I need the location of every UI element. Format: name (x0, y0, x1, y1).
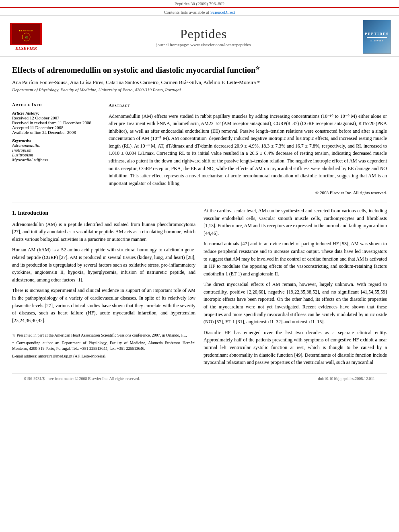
intro-para-6: The direct myocardial effects of AM rema… (204, 281, 387, 326)
abstract-copyright: © 2008 Elsevier Inc. All rights reserved… (109, 189, 387, 196)
footnote-email: E-mail address: amoreira@med.up.pt (AF. … (12, 353, 195, 359)
elsevier-text: ELSEVIER (15, 46, 37, 51)
intro-heading: 1. Introduction (12, 209, 195, 218)
intro-para-2: Human AM (hAM) is a 52 amino acid peptid… (12, 246, 195, 283)
footnote-star: ☆ Presented in part at the American Hear… (12, 333, 195, 339)
keywords-group: Keywords: Adrenomedullin Inotropism Lusi… (12, 138, 101, 162)
issn-text: 0196-9781/$ – see front matter © 2008 El… (24, 376, 140, 381)
authors: Ana Patrícia Fontes-Sousa, Ana Luísa Pir… (12, 79, 387, 86)
abstract-panel: Abstract Adrenomedullin (AM) effects wer… (109, 102, 387, 196)
right-column: At the cardiovascular level, AM can be s… (204, 207, 387, 370)
intro-para-7: Diastolic HF has emerged over the last t… (204, 329, 387, 366)
page-reference: Peptides 30 (2009) 796–802 (0, 0, 399, 8)
abstract-text: Adrenomedullin (AM) effects were studied… (109, 113, 387, 187)
intro-para-4: At the cardiovascular level, AM can be s… (204, 207, 387, 237)
article-title: Effects of adrenomedullin on systolic an… (12, 65, 387, 75)
article-body: Effects of adrenomedullin on systolic an… (0, 57, 399, 391)
footnotes: ☆ Presented in part at the American Hear… (12, 330, 195, 359)
divider-2 (12, 203, 387, 203)
body-content: 1. Introduction Adrenomedullin (AM) is a… (12, 207, 387, 370)
sciencedirect-link[interactable]: ScienceDirect (210, 10, 235, 14)
article-info-panel: Article Info Article history: Received 1… (12, 102, 101, 196)
article-history: Article history: Received 12 October 200… (12, 111, 101, 135)
journal-thumbnail: PEPTIDES Elsevier (363, 20, 391, 54)
contents-header: Contents lists available at ScienceDirec… (0, 8, 399, 16)
svg-text:ELSEVIER: ELSEVIER (19, 29, 33, 32)
info-abstract-section: Article Info Article history: Received 1… (12, 102, 387, 196)
footnote-corresponding: * Corresponding author at: Department of… (12, 340, 195, 352)
keyword-4: Myocardial stiffness (12, 157, 101, 162)
abstract-heading: Abstract (109, 102, 387, 110)
journal-title-section: Peptides journal homepage: www.elsevier.… (44, 27, 363, 47)
intro-para-3: There is increasing experimental and cli… (12, 287, 195, 324)
page: Peptides 30 (2009) 796–802 Contents list… (0, 0, 399, 532)
intro-para-1: Adrenomedullin (AM) is a peptide identif… (12, 221, 195, 243)
elsevier-logo-image: ELSEVIER 🌿 (10, 23, 42, 45)
keyword-2: Inotropism (12, 148, 101, 152)
article-info-heading: Article Info (12, 102, 101, 108)
bottom-bar: 0196-9781/$ – see front matter © 2008 El… (12, 374, 387, 383)
affiliation: Department of Physiology, Faculty of Med… (12, 87, 387, 92)
divider-1 (12, 98, 387, 98)
journal-url: journal homepage: www.elsevier.com/locat… (44, 42, 363, 47)
journal-header: ELSEVIER 🌿 ELSEVIER Peptides journal hom… (0, 16, 399, 57)
left-column: 1. Introduction Adrenomedullin (AM) is a… (12, 207, 195, 370)
doi-text: doi:10.1016/j.peptides.2008.12.011 (318, 376, 375, 381)
keyword-3: Lusitropism (12, 152, 101, 157)
elsevier-logo: ELSEVIER 🌿 ELSEVIER (8, 23, 44, 51)
keyword-1: Adrenomedullin (12, 143, 101, 148)
intro-para-5: In normal animals [47] and in an ovine m… (204, 240, 387, 277)
svg-text:🌿: 🌿 (25, 36, 28, 39)
journal-name: Peptides (44, 27, 363, 41)
